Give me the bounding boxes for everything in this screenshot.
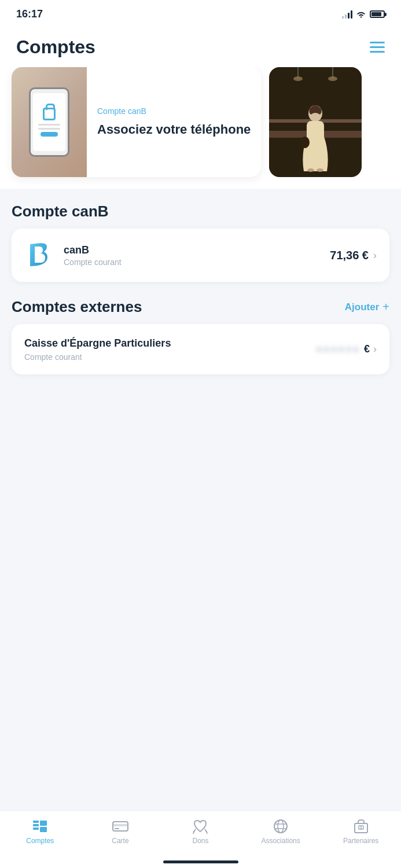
external-bank-name: Caisse d'Épargne Particuliers: [24, 337, 316, 350]
signal-icon: [342, 10, 352, 19]
status-time: 16:17: [16, 8, 43, 20]
svg-rect-14: [33, 827, 39, 830]
wifi-icon: [356, 10, 366, 19]
nav-label-associations: Associations: [261, 837, 300, 845]
nav-label-dons: Dons: [192, 837, 208, 845]
canb-account-type: Compte courant: [64, 258, 321, 267]
external-balance: ●●●●●● € ›: [316, 343, 377, 355]
canb-section-title: Compte canB: [12, 203, 389, 220]
svg-rect-15: [40, 821, 47, 826]
add-plus-icon: +: [382, 300, 389, 314]
external-account-card[interactable]: Caisse d'Épargne Particuliers Compte cou…: [12, 324, 389, 374]
menu-button[interactable]: [370, 42, 385, 53]
canb-account-balance: 71,36 € ›: [330, 249, 377, 262]
svg-rect-19: [115, 828, 119, 829]
carousel-card-2[interactable]: [269, 67, 362, 177]
carte-icon: [112, 819, 128, 834]
page-header: Comptes: [0, 25, 401, 67]
partenaires-icon: [353, 819, 369, 834]
external-chevron-right: ›: [373, 343, 377, 355]
card-title-1: Associez votre téléphone: [97, 122, 251, 138]
external-account-type: Compte courant: [24, 352, 316, 362]
external-account-info: Caisse d'Épargne Particuliers Compte cou…: [24, 337, 316, 362]
external-account-row: Caisse d'Épargne Particuliers Compte cou…: [24, 337, 377, 362]
add-label: Ajouter: [345, 301, 380, 313]
svg-point-11: [317, 168, 323, 172]
nav-item-associations[interactable]: Associations: [241, 819, 321, 845]
external-currency: €: [364, 343, 370, 355]
carousel-card-1[interactable]: Compte canB Associez votre téléphone: [12, 67, 261, 177]
associations-icon: [273, 819, 289, 834]
nav-item-dons[interactable]: Dons: [160, 819, 241, 845]
nav-label-comptes: Comptes: [26, 837, 54, 845]
card-image-1: [12, 67, 87, 177]
canb-chevron-right: ›: [373, 249, 377, 262]
nav-item-comptes[interactable]: Comptes: [0, 819, 80, 845]
nav-item-carte[interactable]: Carte: [80, 819, 161, 845]
carousel-section: Compte canB Associez votre téléphone: [0, 67, 401, 189]
canb-logo: [24, 240, 54, 270]
card-label-1: Compte canB: [97, 106, 251, 116]
battery-icon: [370, 10, 385, 18]
svg-point-20: [274, 820, 287, 833]
comptes-icon: [32, 819, 48, 834]
canb-account-card[interactable]: canB Compte courant 71,36 € ›: [12, 229, 389, 282]
external-section-header: Comptes externes Ajouter +: [12, 298, 389, 316]
status-icons: [342, 10, 385, 19]
lock-icon: [43, 108, 56, 120]
home-indicator: [163, 860, 238, 863]
main-content: Compte canB: [0, 189, 401, 374]
svg-point-9: [300, 137, 310, 148]
status-bar: 16:17: [0, 0, 401, 25]
nav-label-carte: Carte: [112, 837, 128, 845]
svg-rect-18: [113, 824, 128, 826]
svg-point-10: [307, 168, 314, 172]
carousel-track: Compte canB Associez votre téléphone: [12, 67, 401, 177]
page-title: Comptes: [16, 36, 95, 58]
dons-icon: [192, 819, 208, 834]
svg-rect-12: [33, 821, 39, 823]
canb-balance-amount: 71,36 €: [330, 249, 369, 262]
card-content-1: Compte canB Associez votre téléphone: [87, 67, 261, 177]
bakery-image: [269, 67, 362, 177]
nav-item-partenaires[interactable]: Partenaires: [321, 819, 401, 845]
bottom-nav: Comptes Carte Dons: [0, 810, 401, 868]
svg-rect-16: [40, 827, 47, 832]
nav-label-partenaires: Partenaires: [343, 837, 378, 845]
external-section-title: Comptes externes: [12, 298, 142, 316]
canb-account-name: canB: [64, 244, 321, 256]
canb-account-info: canB Compte courant: [64, 244, 321, 267]
add-external-button[interactable]: Ajouter +: [345, 300, 389, 314]
canb-account-row: canB Compte courant 71,36 € ›: [24, 240, 377, 270]
svg-point-21: [278, 820, 284, 833]
external-blurred-amount: ●●●●●●: [316, 343, 360, 355]
svg-rect-13: [33, 824, 39, 826]
bakery-svg: [269, 67, 362, 177]
